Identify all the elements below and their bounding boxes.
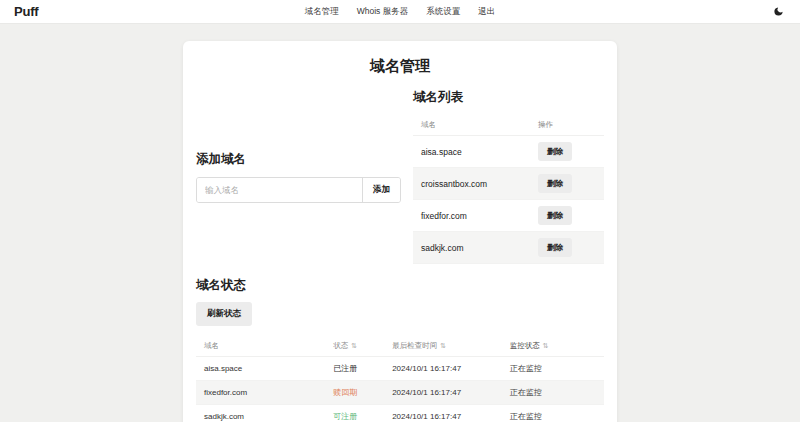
row-actions: 删除 [538, 206, 596, 225]
column-header-last-checked[interactable]: 最后检查时间⇅ [392, 341, 510, 351]
domain-management-card: 域名管理 添加域名 添加 域名列表 域名 操作 [183, 41, 617, 422]
sort-icon: ⇅ [440, 342, 446, 349]
sort-icon: ⇅ [543, 342, 549, 349]
nav-links: 域名管理 Whois 服务器 系统设置 退出 [0, 6, 800, 18]
domain-list-header-row: 域名 操作 [413, 115, 604, 136]
nav-item[interactable]: 退出 [478, 6, 495, 18]
add-domain-heading: 添加域名 [196, 151, 401, 168]
add-domain-button[interactable]: 添加 [362, 178, 400, 202]
row-actions: 删除 [538, 238, 596, 257]
column-header-monitor-label: 监控状态 [510, 341, 540, 350]
domain-status-table: 域名 状态⇅ 最后检查时间⇅ 监控状态⇅ aisa.space 已注册 202 [196, 336, 604, 422]
nav-item[interactable]: Whois 服务器 [357, 6, 408, 18]
column-header-status-label: 状态 [333, 341, 348, 350]
domain-list-section: 域名列表 域名 操作 aisa.space 删除 [413, 89, 604, 264]
domain-list-row: aisa.space 删除 [413, 136, 604, 168]
top-columns: 添加域名 添加 域名列表 域名 操作 [196, 89, 604, 264]
monitor-status: 正在监控 [510, 363, 596, 374]
domain-name: fixedfor.com [204, 388, 333, 397]
status-row: aisa.space 已注册 2024/10/1 16:17:47 正在监控 [196, 357, 604, 381]
page-body: 域名管理 添加域名 添加 域名列表 域名 操作 [0, 24, 800, 422]
refresh-status-button[interactable]: 刷新状态 [196, 302, 252, 326]
add-domain-section: 添加域名 添加 [196, 89, 401, 264]
domain-status-heading: 域名状态 [196, 277, 604, 294]
row-actions: 删除 [538, 174, 596, 193]
column-header-domain: 域名 [421, 120, 538, 130]
delete-button[interactable]: 删除 [538, 206, 572, 225]
nav-item[interactable]: 域名管理 [305, 6, 339, 18]
status-header-row: 域名 状态⇅ 最后检查时间⇅ 监控状态⇅ [196, 336, 604, 357]
theme-toggle-button[interactable] [771, 4, 786, 19]
column-header-monitor[interactable]: 监控状态⇅ [510, 341, 596, 351]
navbar: Puff 域名管理 Whois 服务器 系统设置 退出 [0, 0, 800, 24]
status-row: sadkjk.com 可注册 2024/10/1 16:17:47 正在监控 [196, 405, 604, 422]
domain-status-value: 可注册 [333, 411, 392, 422]
monitor-status: 正在监控 [510, 411, 596, 422]
row-actions: 删除 [538, 142, 596, 161]
domain-name: croissantbox.com [421, 179, 538, 189]
column-header-domain: 域名 [204, 341, 333, 351]
domain-name: aisa.space [421, 147, 538, 157]
sort-icon: ⇅ [351, 342, 357, 349]
delete-button[interactable]: 删除 [538, 238, 572, 257]
nav-item[interactable]: 系统设置 [426, 6, 460, 18]
domain-input[interactable] [197, 178, 362, 202]
domain-list-row: sadkjk.com 删除 [413, 232, 604, 264]
domain-name: fixedfor.com [421, 211, 538, 221]
last-checked-time: 2024/10/1 16:17:47 [392, 364, 510, 373]
domain-name: sadkjk.com [204, 412, 333, 421]
domain-name: aisa.space [204, 364, 333, 373]
delete-button[interactable]: 删除 [538, 174, 572, 193]
domain-list-rows: aisa.space 删除 croissantbox.com 删除 [413, 136, 604, 264]
status-rows: aisa.space 已注册 2024/10/1 16:17:47 正在监控 f… [196, 357, 604, 422]
moon-icon [773, 6, 784, 17]
domain-status-value: 赎回期 [333, 387, 392, 398]
domain-list-table: 域名 操作 aisa.space 删除 [413, 115, 604, 264]
page-title: 域名管理 [196, 57, 604, 76]
domain-list-heading: 域名列表 [413, 89, 604, 106]
delete-button[interactable]: 删除 [538, 142, 572, 161]
column-header-last-checked-label: 最后检查时间 [392, 341, 437, 350]
status-row: fixedfor.com 赎回期 2024/10/1 16:17:47 正在监控 [196, 381, 604, 405]
domain-list-row: croissantbox.com 删除 [413, 168, 604, 200]
last-checked-time: 2024/10/1 16:17:47 [392, 388, 510, 397]
column-header-action: 操作 [538, 120, 596, 130]
domain-list-row: fixedfor.com 删除 [413, 200, 604, 232]
domain-status-value: 已注册 [333, 363, 392, 374]
last-checked-time: 2024/10/1 16:17:47 [392, 412, 510, 421]
monitor-status: 正在监控 [510, 387, 596, 398]
column-header-status[interactable]: 状态⇅ [333, 341, 392, 351]
domain-name: sadkjk.com [421, 243, 538, 253]
add-domain-form: 添加 [196, 177, 401, 203]
